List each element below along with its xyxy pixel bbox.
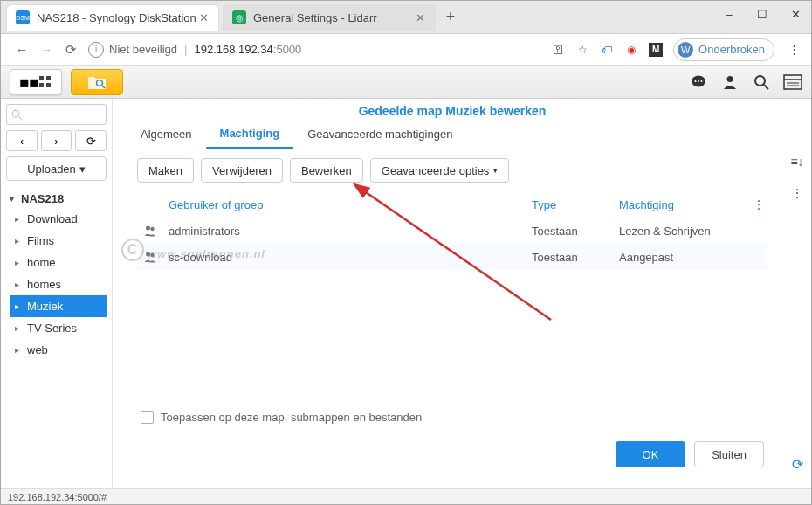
dialog-toolbar: Maken Verwijderen Bewerken Geavanceerde … — [127, 149, 778, 191]
cell-type: Toestaan — [532, 225, 619, 238]
header-user[interactable]: Gebruiker of groep — [163, 198, 532, 211]
svg-point-9 — [701, 80, 703, 82]
tree-root-label: NAS218 — [21, 192, 64, 205]
sort-icon[interactable]: ≡↓ — [788, 153, 806, 170]
chevron-down-icon: ▾ — [493, 166, 498, 175]
dsm-apps-button[interactable]: ◼◼ — [10, 69, 62, 95]
tab-close-icon[interactable]: ✕ — [197, 11, 210, 24]
tab-general[interactable]: Algemeen — [127, 120, 206, 149]
edit-button[interactable]: Bewerken — [290, 158, 363, 183]
site-info-icon[interactable]: i — [88, 42, 104, 58]
browser-menu-icon[interactable]: ⋮ — [785, 43, 802, 56]
advanced-options-button[interactable]: Geavanceerde opties ▾ — [370, 158, 510, 183]
tree-item-label: Download — [27, 212, 78, 225]
caret-right-icon: ▸ — [15, 323, 24, 333]
apply-recursive-checkbox-row[interactable]: Toepassen op deze map, submappen en best… — [127, 402, 778, 432]
apps-grid-icon: ◼◼ — [19, 75, 38, 89]
minimize-button[interactable]: – — [720, 8, 738, 20]
search-icon[interactable] — [752, 73, 771, 92]
extension-adblock-icon[interactable]: ◉ — [624, 43, 638, 57]
main-panel: Gedeelde map Muziek bewerken Algemeen Ma… — [113, 99, 811, 490]
group-icon — [143, 224, 157, 238]
dialog-tabs: Algemeen Machtiging Geavanceerde machtig… — [127, 120, 778, 149]
cell-permission: Lezen & Schrijven — [619, 225, 767, 238]
close-button[interactable]: ✕ — [787, 8, 804, 20]
column-settings-icon[interactable]: ⋮ — [750, 197, 767, 211]
chevron-down-icon: ▾ — [79, 163, 86, 176]
tree-item-label: TV-Series — [27, 322, 77, 335]
tree-item-muziek[interactable]: ▸Muziek — [10, 295, 107, 317]
widgets-icon[interactable] — [783, 73, 802, 92]
reload-button[interactable]: ⟳ — [58, 42, 83, 58]
edit-shared-folder-dialog: Gedeelde map Muziek bewerken Algemeen Ma… — [127, 99, 778, 480]
address-bar[interactable]: i Niet beveiligd | 192.168.192.34:5000 — [83, 42, 551, 58]
sidebar-forward-button[interactable]: › — [41, 130, 72, 151]
header-type[interactable]: Type — [532, 198, 619, 211]
extension-tag-icon[interactable]: 🏷 — [600, 43, 614, 57]
new-tab-button[interactable]: + — [439, 6, 462, 29]
table-row[interactable]: administratorsToestaanLezen & Schrijven — [137, 218, 767, 244]
svg-rect-3 — [46, 83, 51, 87]
svg-point-10 — [727, 76, 733, 82]
dialog-title: Gedeelde map Muziek bewerken — [127, 99, 778, 120]
tree-item-films[interactable]: ▸Films — [10, 230, 107, 252]
tree-item-home[interactable]: ▸home — [10, 252, 107, 273]
sidebar-search-input[interactable] — [6, 104, 107, 125]
caret-right-icon: ▸ — [15, 301, 24, 311]
permissions-table: Gebruiker of groep Type Machtiging ⋮ adm… — [137, 191, 767, 402]
sidebar-refresh-button[interactable]: ⟳ — [75, 130, 107, 151]
close-button[interactable]: Sluiten — [694, 441, 764, 467]
svg-rect-1 — [46, 76, 51, 80]
sidebar-back-button[interactable]: ‹ — [6, 130, 38, 151]
back-button[interactable]: ← — [10, 42, 34, 57]
dialog-footer: OK Sluiten — [127, 432, 778, 480]
cell-type: Toestaan — [532, 251, 619, 264]
browser-tab-active[interactable]: DSM NAS218 - Synology DiskStation ✕ — [6, 4, 219, 31]
key-icon[interactable]: ⚿ — [551, 43, 565, 57]
refresh-icon[interactable]: ⟳ — [788, 455, 806, 473]
forward-button[interactable]: → — [34, 42, 58, 57]
tree-item-web[interactable]: ▸web — [10, 339, 107, 361]
tab-favicon-dsm: DSM — [16, 10, 30, 24]
tab-close-icon[interactable]: ✕ — [414, 11, 426, 24]
url-text: 192.168.192.34:5000 — [194, 43, 301, 56]
tree-item-homes[interactable]: ▸homes — [10, 273, 107, 295]
svg-point-21 — [146, 252, 150, 257]
header-permission[interactable]: Machtiging — [619, 198, 750, 211]
window-controls: – ☐ ✕ — [720, 8, 804, 20]
search-icon — [10, 108, 23, 121]
delete-button[interactable]: Verwijderen — [201, 158, 283, 183]
svg-rect-2 — [39, 83, 44, 87]
tree-item-label: Muziek — [27, 300, 63, 313]
browser-profile-chip[interactable]: W Onderbroken — [673, 38, 774, 61]
columns-icon[interactable]: ⋮ — [788, 184, 806, 202]
table-row[interactable]: sc-downloadToestaanAangepast — [137, 244, 767, 270]
caret-right-icon: ▸ — [15, 280, 24, 289]
security-status-label: Niet beveiligd — [109, 43, 177, 56]
tree-item-label: Films — [27, 234, 54, 247]
user-icon[interactable] — [720, 73, 740, 92]
tree-root-node[interactable]: ▾ NAS218 — [6, 190, 107, 208]
upload-button[interactable]: Uploaden ▾ — [6, 156, 107, 181]
caret-right-icon: ▸ — [15, 345, 24, 355]
tree-item-tv-series[interactable]: ▸TV-Series — [10, 317, 107, 339]
maximize-button[interactable]: ☐ — [754, 8, 771, 20]
file-station-button[interactable] — [71, 69, 123, 95]
ok-button[interactable]: OK — [616, 441, 685, 467]
svg-point-11 — [755, 76, 765, 86]
apply-recursive-label: Toepassen op deze map, submappen en best… — [161, 411, 422, 424]
browser-tab-inactive[interactable]: ◎ General Settings - Lidarr ✕ — [223, 4, 436, 31]
tab-permissions[interactable]: Machtiging — [206, 120, 294, 149]
chat-icon[interactable] — [689, 73, 708, 92]
cell-user: sc-download — [163, 251, 532, 264]
bookmark-star-icon[interactable]: ☆ — [575, 43, 589, 57]
create-button[interactable]: Maken — [137, 158, 194, 183]
svg-line-12 — [764, 85, 768, 89]
tab-advanced-permissions[interactable]: Geavanceerde machtigingen — [293, 120, 466, 149]
extension-m-icon[interactable]: M — [649, 43, 663, 57]
svg-point-22 — [150, 253, 154, 257]
tree-item-download[interactable]: ▸Download — [10, 208, 107, 230]
checkbox[interactable] — [141, 411, 154, 424]
svg-point-19 — [146, 226, 150, 231]
svg-line-18 — [19, 117, 23, 121]
